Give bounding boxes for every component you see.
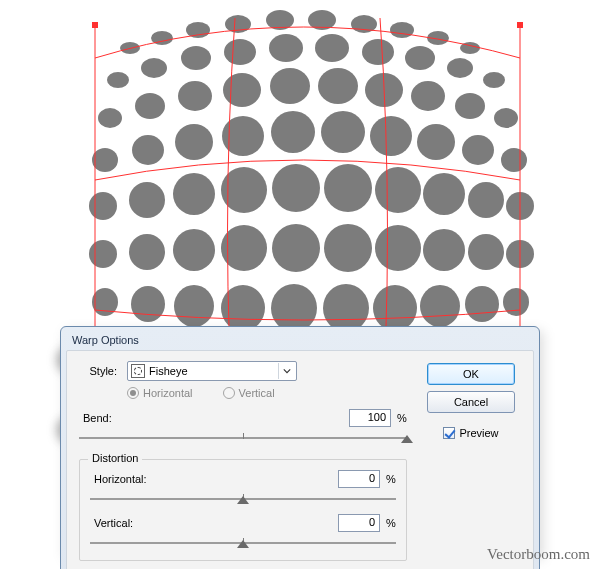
svg-point-46 — [324, 164, 372, 212]
svg-point-70 — [503, 288, 529, 316]
svg-point-17 — [362, 39, 394, 65]
radio-icon — [127, 387, 139, 399]
bend-unit: % — [397, 412, 407, 424]
svg-point-12 — [141, 58, 167, 78]
svg-point-45 — [272, 164, 320, 212]
bend-slider[interactable] — [79, 427, 407, 449]
distortion-vertical-input[interactable]: 0 — [338, 514, 380, 532]
svg-point-8 — [390, 22, 414, 38]
cancel-button[interactable]: Cancel — [427, 391, 515, 413]
svg-point-47 — [375, 167, 421, 213]
svg-rect-84 — [517, 22, 523, 28]
svg-point-62 — [131, 286, 165, 322]
svg-point-53 — [173, 229, 215, 271]
svg-point-38 — [417, 124, 455, 160]
svg-point-30 — [494, 108, 518, 128]
chevron-down-icon — [278, 363, 294, 379]
preview-label: Preview — [459, 427, 498, 439]
bend-value-input[interactable]: 100 — [349, 409, 391, 427]
style-value: Fisheye — [149, 365, 188, 377]
svg-point-59 — [468, 234, 504, 270]
svg-point-57 — [375, 225, 421, 271]
svg-rect-83 — [92, 22, 98, 28]
distortion-group-label: Distortion — [88, 452, 142, 464]
svg-point-58 — [423, 229, 465, 271]
unit-label: % — [386, 473, 396, 485]
svg-point-21 — [98, 108, 122, 128]
distortion-horizontal-input[interactable]: 0 — [338, 470, 380, 488]
svg-point-16 — [315, 34, 349, 62]
svg-point-36 — [321, 111, 365, 153]
svg-point-3 — [186, 22, 210, 38]
svg-point-28 — [411, 81, 445, 111]
unit-label: % — [386, 517, 396, 529]
radio-icon — [223, 387, 235, 399]
svg-point-26 — [318, 68, 358, 104]
distortion-horizontal-label: Horizontal: — [90, 473, 148, 485]
svg-point-14 — [224, 39, 256, 65]
svg-point-25 — [270, 68, 310, 104]
svg-point-55 — [272, 224, 320, 272]
svg-point-39 — [462, 135, 494, 165]
svg-point-13 — [181, 46, 211, 70]
svg-point-20 — [483, 72, 505, 88]
orientation-horizontal-label: Horizontal — [143, 387, 193, 399]
svg-point-69 — [465, 286, 499, 322]
svg-point-51 — [89, 240, 117, 268]
style-dropdown[interactable]: Fisheye — [127, 361, 297, 381]
svg-point-40 — [501, 148, 527, 172]
distortion-horizontal-slider[interactable] — [90, 488, 396, 510]
svg-point-35 — [271, 111, 315, 153]
style-label: Style: — [79, 365, 121, 377]
svg-point-31 — [92, 148, 118, 172]
svg-point-49 — [468, 182, 504, 218]
svg-point-42 — [129, 182, 165, 218]
distortion-vertical-label: Vertical: — [90, 517, 148, 529]
svg-point-15 — [269, 34, 303, 62]
distortion-group: Distortion Horizontal: 0 % Vertical: 0 % — [79, 459, 407, 561]
svg-point-48 — [423, 173, 465, 215]
checkbox-icon — [443, 427, 455, 439]
bend-label: Bend: — [79, 412, 137, 424]
orientation-horizontal-radio[interactable]: Horizontal — [127, 387, 193, 399]
orientation-vertical-label: Vertical — [239, 387, 275, 399]
svg-point-37 — [370, 116, 412, 156]
preview-checkbox[interactable]: Preview — [443, 427, 498, 439]
svg-point-22 — [135, 93, 165, 119]
svg-point-18 — [405, 46, 435, 70]
svg-point-41 — [89, 192, 117, 220]
watermark: Vectorboom.com — [487, 546, 590, 563]
svg-point-11 — [107, 72, 129, 88]
ok-button[interactable]: OK — [427, 363, 515, 385]
orientation-vertical-radio[interactable]: Vertical — [223, 387, 275, 399]
dialog-title: Warp Options — [66, 332, 534, 350]
warp-options-dialog: Warp Options Style: Fisheye Horizontal — [60, 326, 540, 569]
svg-point-19 — [447, 58, 473, 78]
svg-point-33 — [175, 124, 213, 160]
fisheye-icon — [131, 364, 145, 378]
svg-point-56 — [324, 224, 372, 272]
svg-point-24 — [223, 73, 261, 107]
svg-point-43 — [173, 173, 215, 215]
svg-point-32 — [132, 135, 164, 165]
svg-point-52 — [129, 234, 165, 270]
svg-point-23 — [178, 81, 212, 111]
distortion-vertical-slider[interactable] — [90, 532, 396, 554]
svg-point-29 — [455, 93, 485, 119]
